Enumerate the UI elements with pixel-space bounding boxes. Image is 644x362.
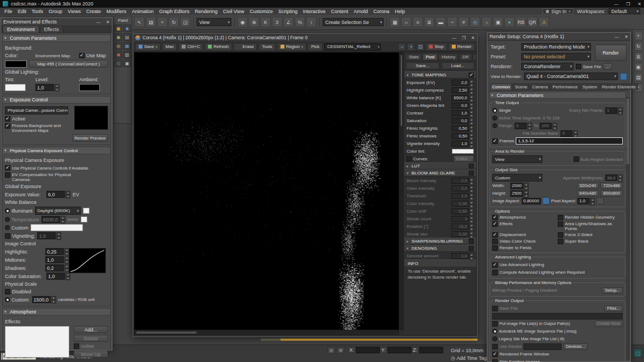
angle-snap-icon[interactable]: ∠: [283, 17, 294, 27]
spinner-arrows[interactable]: [469, 208, 474, 214]
value-field[interactable]: 2,0: [451, 80, 469, 86]
app-minimize-button[interactable]: [614, 2, 618, 7]
paint-tool-icon[interactable]: ▦: [123, 42, 131, 50]
paint-tool-icon[interactable]: ▤: [123, 33, 131, 41]
render-setup-tab[interactable]: Scene: [512, 83, 529, 90]
use-physical-camera-controls-checkbox[interactable]: [5, 165, 10, 171]
common-parameters-rollout-header[interactable]: Common Parameters: [3, 35, 110, 42]
menu-item[interactable]: Arnold: [351, 9, 371, 14]
isolate-selection-icon[interactable]: ◎: [327, 347, 335, 354]
range-from-spinner[interactable]: 0: [515, 123, 532, 129]
illuminant-radio[interactable]: [5, 208, 10, 213]
value-field[interactable]: 0,50: [451, 208, 469, 214]
workspaces-dropdown[interactable]: Default: [609, 8, 640, 14]
environment-map-button[interactable]: Map #55 ( CoronaColorCorrect ): [29, 60, 108, 68]
physical-scale-disabled-checkbox[interactable]: [5, 289, 10, 294]
device-field[interactable]: [523, 343, 562, 350]
value-field[interactable]: 1,0: [451, 110, 469, 116]
color-tint-swatch[interactable]: [452, 149, 474, 154]
advanced-lighting-checkbox[interactable]: [492, 262, 498, 268]
skip-existing-checkbox[interactable]: [492, 359, 498, 362]
zoom-in-icon[interactable]: +: [407, 43, 415, 51]
exposure-value-spinner[interactable]: 6,0: [46, 191, 70, 198]
menu-item[interactable]: Rendering: [192, 9, 220, 14]
custom-whitebalance-radio[interactable]: [5, 225, 10, 230]
environment-dialog-tab[interactable]: Effects: [40, 26, 63, 33]
render-setup-icon[interactable]: ☼: [481, 17, 492, 27]
select-and-move-icon[interactable]: +: [157, 17, 168, 27]
output-path-field[interactable]: [492, 313, 623, 319]
target-dropdown[interactable]: Production Rendering Mode: [521, 43, 591, 51]
ev-compensation-checkbox[interactable]: [5, 172, 10, 178]
physical-camera-exposure-rollout-header[interactable]: Physical Camera Exposure Control: [3, 147, 110, 154]
put-image-list-checkbox[interactable]: [492, 321, 498, 327]
renderer-more-button[interactable]: ...: [603, 63, 612, 70]
spinner-arrows[interactable]: [469, 193, 474, 199]
vertical-scrollbar[interactable]: [399, 52, 403, 330]
ambient-color-swatch[interactable]: [79, 84, 100, 91]
value-field[interactable]: 0,50: [451, 133, 469, 139]
modify-panel-icon[interactable]: ↻: [634, 42, 643, 51]
render-production-icon[interactable]: ●: [504, 17, 515, 27]
render-setup-tab[interactable]: System: [580, 83, 599, 90]
illuminant-dropdown[interactable]: Daylight (6500K): [35, 207, 81, 215]
paint-tool-icon[interactable]: ▧: [123, 51, 131, 58]
sharpening-checkbox[interactable]: [469, 239, 474, 244]
option-checkbox[interactable]: [492, 215, 498, 220]
spinner-arrows[interactable]: [469, 216, 474, 222]
menu-item[interactable]: Edit: [15, 9, 29, 14]
option-checkbox[interactable]: [492, 245, 498, 251]
render-setup-scrollbar[interactable]: [626, 97, 630, 360]
option-checkbox[interactable]: [492, 232, 498, 238]
vfb-panel-tab[interactable]: DR: [459, 53, 472, 61]
range-radio[interactable]: [492, 123, 497, 128]
paint-tool-icon[interactable]: ▣: [115, 25, 122, 32]
render-button[interactable]: Render: [449, 43, 475, 51]
preset-dropdown[interactable]: No preset selected: [521, 53, 591, 61]
denoising-checkbox[interactable]: [469, 246, 474, 251]
atmosphere-effects-list[interactable]: [5, 326, 69, 358]
menu-item[interactable]: Corona: [371, 9, 392, 14]
minimize-icon[interactable]: [452, 35, 456, 40]
scrollbar-thumb[interactable]: [136, 331, 196, 334]
lut-header[interactable]: ▸LUT: [404, 162, 476, 170]
bitmap-setup-button[interactable]: Setup...: [602, 287, 623, 294]
illuminant-color-swatch[interactable]: [83, 208, 90, 214]
background-color-swatch[interactable]: [5, 61, 27, 68]
horizontal-scrollbar[interactable]: [134, 330, 399, 335]
tint-color-swatch[interactable]: [5, 84, 26, 91]
pixel-aspect-lock-button[interactable]: [597, 197, 604, 204]
value-field[interactable]: 1,0: [451, 193, 469, 199]
render-setup-tab[interactable]: Performance: [551, 83, 580, 90]
menu-item[interactable]: Create: [84, 9, 104, 14]
image-aspect-lock-button[interactable]: [542, 197, 550, 204]
option-checkbox[interactable]: [558, 215, 563, 220]
menu-item[interactable]: Civil View: [220, 9, 247, 14]
scene-warning-icon[interactable]: ⚠: [539, 17, 549, 27]
renderer-save-file-checkbox[interactable]: [576, 64, 581, 69]
paint-tool-icon[interactable]: ◇: [115, 59, 122, 67]
close-icon[interactable]: [106, 20, 110, 25]
spinner-arrows[interactable]: [469, 102, 474, 108]
curves-editor-button[interactable]: Editor...: [454, 155, 474, 162]
spinner-arrows[interactable]: [469, 118, 474, 124]
aperture-width-spinner[interactable]: 36,0: [605, 174, 623, 181]
menu-item[interactable]: Graph Editors: [156, 9, 192, 14]
hierarchy-panel-icon[interactable]: ≣: [634, 52, 643, 61]
value-field[interactable]: 6500,0: [451, 95, 469, 101]
spinner-arrows[interactable]: [469, 253, 474, 259]
sign-in-button[interactable]: Sign In ▾: [542, 8, 574, 14]
menu-item[interactable]: Modifiers: [104, 9, 129, 14]
paint-tool-icon[interactable]: ◉: [115, 33, 122, 41]
value-field[interactable]: 0,30: [451, 231, 469, 237]
render-image-viewport[interactable]: [134, 52, 399, 330]
material-editor-icon[interactable]: ◎: [470, 17, 480, 27]
select-and-scale-icon[interactable]: ◲: [180, 17, 190, 27]
tools-button[interactable]: Tools: [259, 43, 276, 51]
atmosphere-add-button[interactable]: Add...: [74, 326, 108, 333]
advanced-lighting-checkbox[interactable]: [492, 270, 498, 275]
tonemapping-load-button[interactable]: Load...: [442, 62, 475, 69]
color-saturation-spinner[interactable]: 1,0: [46, 273, 70, 280]
add-time-tag[interactable]: ◷Add Time Tag: [451, 355, 487, 361]
bloom-glare-checkbox[interactable]: [469, 171, 474, 176]
